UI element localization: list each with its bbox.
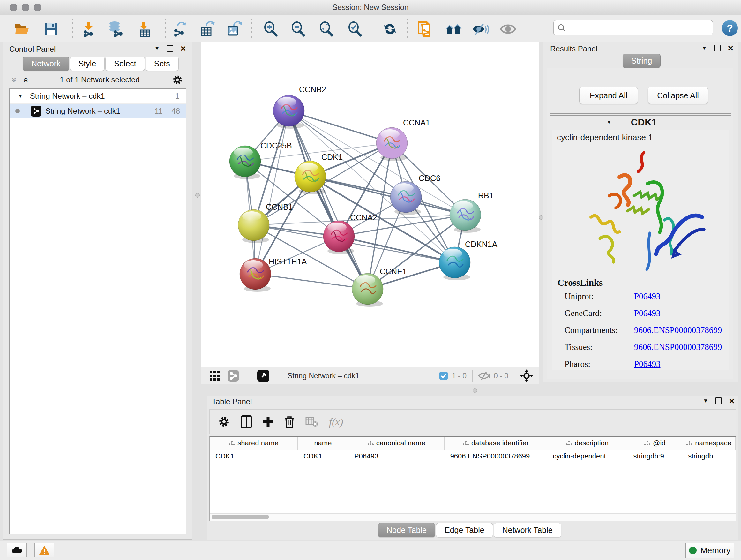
panel-float-icon[interactable] (714, 45, 721, 51)
refresh-icon[interactable] (382, 21, 398, 37)
table-hscrollbar[interactable] (210, 513, 736, 521)
node-RB1[interactable]: RB1 (450, 191, 494, 233)
function-builder-icon: f(x) (329, 416, 343, 428)
memory-button[interactable]: Memory (685, 543, 734, 558)
expand-all-networks-icon[interactable]: » (20, 77, 30, 82)
node-CDK1[interactable]: CDK1 (294, 152, 343, 194)
import-table-icon[interactable] (135, 21, 152, 37)
edge-CCNB2-CCNA1[interactable] (289, 111, 392, 143)
expand-all-button[interactable]: Expand All (579, 87, 638, 104)
tab-sets[interactable]: Sets (145, 57, 179, 71)
show-glyphs-icon[interactable] (500, 21, 516, 37)
export-table-icon[interactable] (199, 21, 215, 37)
table-cell[interactable]: 9606.ENSP00000378699 (445, 450, 547, 462)
zoom-in-icon[interactable] (262, 21, 279, 37)
left-splitter-handle[interactable] (195, 193, 200, 198)
node-CDC6[interactable]: CDC6 (390, 174, 441, 215)
column-header-database-identifier[interactable]: database identifier (445, 437, 547, 449)
network-list-view-icon[interactable] (227, 370, 239, 382)
panel-close-icon[interactable]: × (180, 45, 186, 52)
clone-network-icon[interactable] (417, 21, 433, 37)
protein-structure-image (571, 147, 709, 275)
crosslink-link[interactable]: P06493 (634, 359, 661, 369)
export-network-icon[interactable] (171, 21, 188, 37)
panel-float-menu-icon[interactable]: ▼ (702, 45, 707, 51)
column-header-description[interactable]: description (547, 437, 627, 449)
selected-checkbox-icon[interactable] (439, 371, 448, 380)
edge-CDK1-RB1[interactable] (310, 177, 465, 215)
tab-edge-table[interactable]: Edge Table (436, 523, 493, 537)
table-row[interactable]: CDK1CDK1P064939606.ENSP00000378699cyclin… (210, 450, 736, 462)
save-session-icon[interactable] (43, 21, 59, 37)
crosslink-link[interactable]: P06493 (634, 308, 661, 318)
panel-close-icon[interactable]: × (728, 45, 733, 51)
tab-select[interactable]: Select (105, 57, 145, 71)
node-HIST1H1A[interactable]: HIST1H1A (240, 257, 307, 292)
panel-float-icon[interactable] (715, 397, 722, 404)
protein-section-header[interactable]: ▼ CDK1 (550, 116, 731, 129)
panel-float-icon[interactable] (166, 45, 173, 52)
import-network-database-icon[interactable] (107, 21, 124, 37)
zoom-selected-icon[interactable] (347, 21, 363, 37)
collapse-all-networks-icon[interactable]: » (9, 77, 19, 82)
add-column-icon[interactable] (263, 416, 273, 427)
search-box[interactable] (553, 20, 713, 36)
table-cell[interactable]: CDK1 (298, 450, 348, 462)
panel-float-menu-icon[interactable]: ▼ (154, 45, 160, 52)
column-header-canonical-name[interactable]: canonical name (348, 437, 445, 449)
crosslink-link[interactable]: P06493 (634, 292, 661, 301)
tab-string[interactable]: String (623, 54, 661, 68)
export-image-icon[interactable] (225, 21, 242, 37)
panel-close-icon[interactable]: × (729, 398, 735, 404)
edge-CCNA2-CDKN1A[interactable] (339, 236, 455, 262)
bottom-splitter-handle[interactable] (473, 388, 477, 393)
fit-selected-crosshair-icon[interactable] (520, 369, 533, 382)
grid-view-icon[interactable] (209, 370, 220, 381)
tab-network-table[interactable]: Network Table (494, 523, 561, 537)
edge-HIST1H1A-CCNE1[interactable] (255, 274, 367, 289)
hide-glyphs-icon[interactable] (472, 21, 489, 37)
show-columns-icon[interactable] (241, 415, 252, 428)
zoom-out-icon[interactable] (290, 21, 307, 37)
warnings-button[interactable] (35, 543, 54, 557)
delete-column-icon[interactable] (284, 416, 294, 428)
network-row[interactable]: String Network – cdk1 11 48 (10, 104, 186, 118)
panel-float-menu-icon[interactable]: ▼ (703, 398, 709, 404)
node-CDKN1A[interactable]: CDKN1A (439, 240, 497, 280)
warning-icon (39, 545, 50, 555)
tab-node-table[interactable]: Node Table (378, 523, 435, 537)
table-cell[interactable]: stringdb (682, 450, 736, 462)
column-header--id[interactable]: @id (627, 437, 682, 449)
cloud-services-button[interactable] (7, 543, 27, 557)
node-CCNB2[interactable]: CCNB2 (273, 85, 326, 129)
network-canvas[interactable]: CCNB2CCNA1CDC25BCDK1CDC6RB1CCNB1CCNA2CDK… (201, 42, 539, 367)
table-cell[interactable]: CDK1 (210, 450, 298, 462)
column-header-name[interactable]: name (298, 437, 348, 449)
open-session-icon[interactable] (14, 21, 30, 37)
protein-collapse-icon[interactable]: ▼ (606, 119, 612, 125)
table-cell[interactable]: cyclin-dependent ... (547, 450, 627, 462)
collapse-all-button[interactable]: Collapse All (648, 87, 708, 104)
crosslink-link[interactable]: 9606.ENSP00000378699 (634, 325, 722, 335)
search-input[interactable] (568, 23, 713, 32)
help-button[interactable]: ? (722, 20, 738, 36)
import-network-file-icon[interactable] (80, 21, 97, 37)
network-collection-row[interactable]: ▼ String Network – cdk1 1 (10, 89, 186, 104)
table-panel: Table Panel ▼ × f(x) shared namenamecano… (207, 396, 738, 540)
table-cell[interactable]: stringdb:9... (627, 450, 682, 462)
collection-expand-icon[interactable]: ▼ (18, 93, 23, 99)
table-options-gear-icon[interactable] (218, 416, 230, 428)
column-header-namespace[interactable]: namespace (682, 437, 736, 449)
tab-network[interactable]: Network (23, 57, 69, 71)
crosslink-link[interactable]: 9606.ENSP00000378699 (634, 342, 722, 352)
column-header-shared-name[interactable]: shared name (210, 437, 298, 449)
network-options-gear-icon[interactable] (172, 74, 183, 85)
zoom-fit-icon[interactable] (318, 21, 334, 37)
tab-style[interactable]: Style (70, 57, 105, 71)
table-header-row: shared namenamecanonical namedatabase id… (210, 437, 736, 450)
string-home-icon[interactable] (446, 21, 462, 37)
table-cell[interactable]: P06493 (348, 450, 445, 462)
hscrollbar-thumb[interactable] (212, 515, 269, 519)
birds-eye-view-icon[interactable] (257, 369, 270, 382)
string-network-graph[interactable]: CCNB2CCNA1CDC25BCDK1CDC6RB1CCNB1CCNA2CDK… (201, 42, 539, 367)
